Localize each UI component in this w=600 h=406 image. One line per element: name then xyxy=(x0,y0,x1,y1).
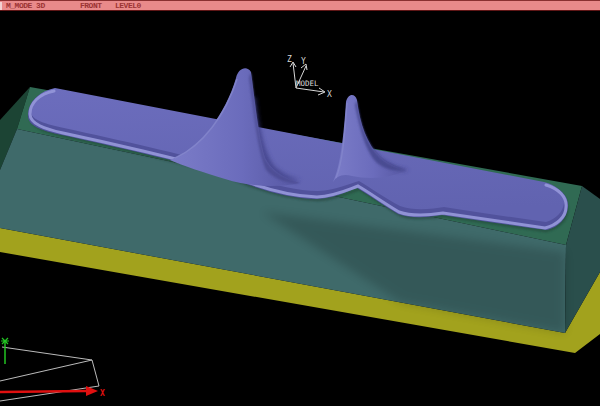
gnomon-x-axis xyxy=(0,391,86,392)
axis-z-label: Z xyxy=(287,55,292,64)
status-item-level[interactable]: LEVEL0 xyxy=(115,1,141,10)
viewport-3d[interactable]: Z Y X MODEL X xyxy=(0,0,600,406)
cad-application-window: Z Y X MODEL X M_MODE 3D FRONT LEVEL0 xyxy=(0,0,600,406)
status-bar: M_MODE 3D FRONT LEVEL0 xyxy=(0,0,600,11)
status-item-machining-mode[interactable]: M_MODE 3D xyxy=(6,1,45,10)
axis-origin-label: MODEL xyxy=(296,79,319,88)
status-bar-edge-marker xyxy=(0,2,2,10)
status-item-view[interactable]: FRONT xyxy=(80,1,102,10)
gnomon-x-label: X xyxy=(100,389,105,398)
axis-x-label: X xyxy=(327,90,332,99)
axis-y-label: Y xyxy=(301,57,306,66)
